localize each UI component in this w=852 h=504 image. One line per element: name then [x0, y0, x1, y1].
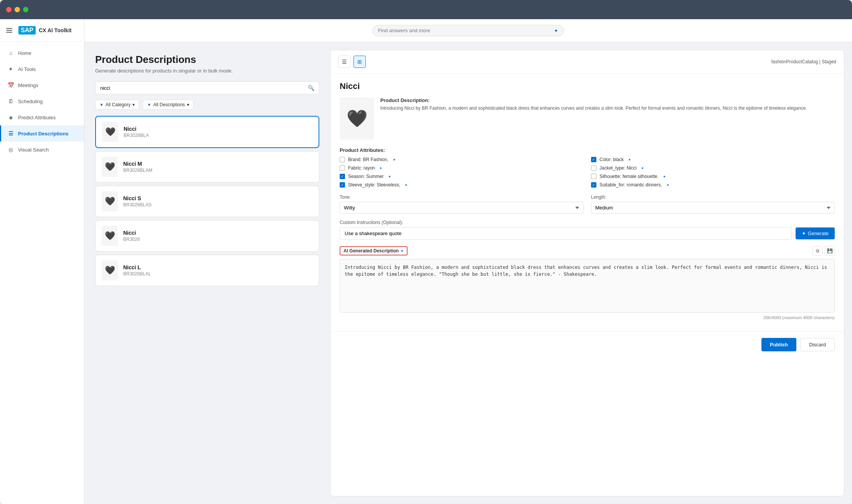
sidebar-item-meetings[interactable]: 📅 Meetings [0, 77, 84, 93]
attr-jacket-edit[interactable]: ✦ [641, 166, 644, 170]
attr-sleeve-edit[interactable]: ✦ [405, 183, 408, 187]
sidebar-item-ai-tools[interactable]: ✦ AI Tools [0, 61, 84, 77]
attr-jacket-checkbox[interactable] [591, 165, 596, 171]
attr-sleeve-checkbox[interactable]: ✓ [340, 182, 345, 188]
discard-button[interactable]: Discard [800, 338, 835, 351]
sidebar-nav: ⌂ Home ✦ AI Tools 📅 Meetings 🗓 Schedulin… [0, 42, 84, 504]
scheduling-icon: 🗓 [7, 98, 14, 105]
tone-select[interactable]: Witty Professional Casual Formal [340, 202, 583, 214]
view-toggle: ☰ ⊞ [338, 56, 366, 68]
sidebar-item-home[interactable]: ⌂ Home [0, 45, 84, 61]
product-item-2[interactable]: 🖤 Nicci M BR3026BLAM [95, 151, 319, 183]
sidebar-item-scheduling[interactable]: 🗓 Scheduling [0, 93, 84, 109]
attr-season-checkbox[interactable]: ✓ [340, 174, 345, 179]
ai-desc-header: AI Generated Description ✦ ⧉ 💾 [340, 246, 835, 256]
description-label: Product Description: [380, 97, 835, 103]
catalog-badge: fashionProductCatalog | Staged [771, 59, 836, 64]
sidebar-item-visual-search[interactable]: ◎ Visual Search [0, 142, 84, 158]
product-thumb-3: 🖤 [102, 191, 118, 211]
generate-button[interactable]: ✦ Generate [796, 227, 835, 239]
attr-season-edit[interactable]: ✦ [388, 175, 391, 179]
descriptions-chevron-icon: ▾ [187, 102, 189, 107]
attr-suitable-edit[interactable]: ✦ [666, 183, 669, 187]
visual-search-icon: ◎ [7, 146, 14, 153]
product-item-5[interactable]: 🖤 Nicci L BR3026BLAL [95, 255, 319, 286]
close-button[interactable] [6, 7, 12, 12]
attr-color-label: Color: black [599, 157, 624, 162]
meetings-icon: 📅 [7, 82, 14, 89]
attr-suitable-checkbox[interactable]: ✓ [591, 182, 596, 188]
maximize-button[interactable] [23, 7, 28, 12]
sap-logo: SAP [18, 26, 36, 35]
hamburger-menu[interactable] [6, 28, 12, 33]
descriptions-icon: ☰ [7, 130, 14, 137]
grid-view-button[interactable]: ⊞ [353, 56, 366, 68]
attr-fabric-edit[interactable]: ✦ [379, 166, 382, 170]
attr-brand-edit[interactable]: ✦ [393, 158, 396, 162]
copy-button[interactable]: ⧉ [812, 246, 822, 256]
attr-sleeve-label: Sleeve_style: Sleeveless, [348, 182, 400, 188]
attr-suitable-label: Suitable_for: romantic dinners, [599, 182, 662, 188]
attr-brand-checkbox[interactable] [340, 157, 345, 162]
page-subtitle: Generate descriptions for products in si… [95, 68, 319, 74]
attr-fabric-label: Fabric: rayon [348, 165, 375, 171]
attr-fabric-checkbox[interactable] [340, 165, 345, 171]
global-search-input[interactable] [378, 28, 551, 33]
home-icon: ⌂ [7, 49, 14, 56]
category-filter[interactable]: ▼ All Category ▾ [95, 100, 139, 110]
custom-instructions-section: Custom Instructions (Optional): ✦ Genera… [340, 220, 835, 240]
global-search[interactable]: ✦ [372, 25, 564, 36]
attr-silhouette-checkbox[interactable] [591, 174, 596, 179]
product-item-1[interactable]: 🖤 Nicci BR3026BLA [95, 116, 319, 148]
product-sku-1: BR3026BLA [124, 133, 149, 138]
minimize-button[interactable] [15, 7, 20, 12]
ai-desc-icons: ⧉ 💾 [812, 246, 835, 256]
attr-color-checkbox[interactable]: ✓ [591, 157, 596, 162]
sidebar-item-label: Visual Search [18, 147, 49, 153]
length-select[interactable]: Medium Short Long [591, 202, 835, 214]
attr-brand-label: Brand: BR Fashion, [348, 157, 388, 162]
publish-button[interactable]: Publish [761, 338, 796, 351]
ai-generated-textarea[interactable]: Introducing Nicci by BR Fashion, a moder… [340, 259, 835, 313]
product-search-input[interactable] [100, 85, 308, 91]
product-sku-3: BR3026BLAS [123, 202, 152, 208]
attr-color-edit[interactable]: ✦ [628, 158, 631, 162]
ai-desc-label: AI Generated Description [343, 248, 399, 254]
product-name-1: Nicci [124, 126, 149, 132]
sidebar: SAP CX AI Toolkit ⌂ Home ✦ AI Tools 📅 Me… [0, 19, 84, 504]
product-image: 🖤 [340, 97, 374, 140]
product-thumb-2: 🖤 [102, 157, 118, 177]
product-search-bar[interactable]: 🔍 [95, 81, 319, 94]
sidebar-item-product-descriptions[interactable]: ☰ Product Descriptions [0, 125, 84, 142]
list-view-button[interactable]: ☰ [338, 56, 350, 68]
description-text: Introducing Nicci by BR Fashion, a moder… [380, 105, 835, 112]
attr-silhouette-edit[interactable]: ✦ [663, 175, 666, 179]
window-controls [6, 7, 28, 12]
descriptions-filter[interactable]: ▼ All Descriptions ▾ [143, 100, 193, 110]
cx-label: CX AI Toolkit [39, 27, 72, 33]
sidebar-item-predict-attributes[interactable]: ◈ Predict Attributes [0, 109, 84, 125]
detail-product-title: Nicci [340, 81, 835, 91]
custom-instructions-input[interactable] [340, 227, 792, 240]
attributes-label: Product Attributes: [340, 147, 835, 153]
ai-desc-label-box: AI Generated Description ✦ [340, 246, 408, 255]
product-item-3[interactable]: 🖤 Nicci S BR3026BLAS [95, 186, 319, 217]
save-button[interactable]: 💾 [825, 246, 835, 256]
product-item-4[interactable]: 🖤 Nicci BR3026 [95, 220, 319, 252]
titlebar [0, 0, 852, 19]
filter-icon2: ▼ [147, 102, 151, 107]
char-count: 266/4000 (maximum 4000 characters) [340, 315, 835, 320]
attr-silhouette-label: Silhouette: female silhouette. [599, 174, 659, 179]
ai-generated-section: AI Generated Description ✦ ⧉ 💾 Introduci… [340, 246, 835, 320]
right-panel: ☰ ⊞ fashionProductCatalog | Staged Nicci… [330, 50, 844, 496]
product-name-5: Nicci L [123, 264, 151, 270]
attr-silhouette: Silhouette: female silhouette. ✦ [591, 174, 835, 179]
category-chevron-icon: ▾ [132, 102, 135, 107]
attr-brand: Brand: BR Fashion, ✦ [340, 157, 583, 162]
attr-suitable: ✓ Suitable_for: romantic dinners, ✦ [591, 182, 835, 188]
product-detail: Nicci 🖤 Product Description: Introducing… [330, 74, 844, 331]
custom-instructions-label: Custom Instructions (Optional): [340, 220, 835, 225]
sidebar-item-label: Scheduling [18, 99, 43, 104]
attributes-section: Product Attributes: Brand: BR Fashion, ✦ [340, 147, 835, 188]
generate-star-icon: ✦ [802, 231, 806, 236]
